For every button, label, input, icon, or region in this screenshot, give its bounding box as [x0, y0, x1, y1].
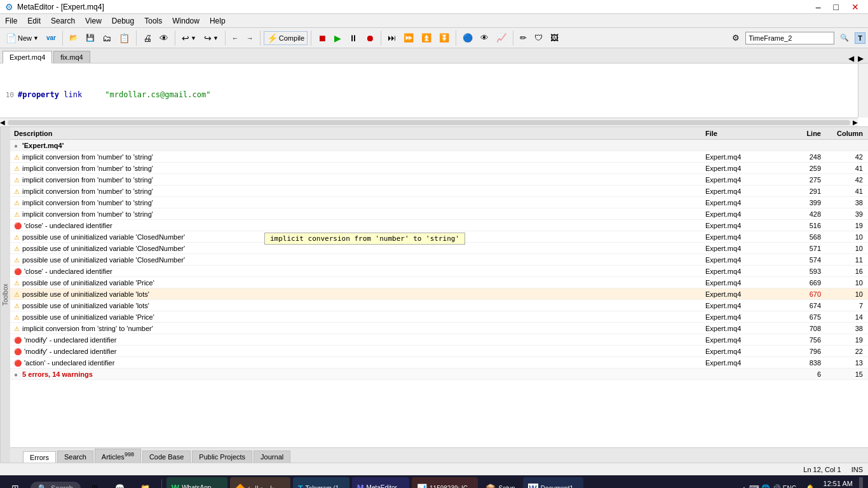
toolbox-sidebar[interactable]: Toolbox — [0, 127, 10, 463]
editor-scroll-track[interactable] — [8, 120, 850, 125]
tab-nav: ◀ ▶ — [846, 54, 868, 63]
new-button[interactable]: 📄 New ▼ — [3, 31, 42, 45]
save-all-button[interactable]: 🗂 — [99, 31, 114, 45]
taskbar-search[interactable]: 🔍 Search — [31, 482, 81, 489]
table-row[interactable]: 🔴'action' - undeclared identifier Expert… — [10, 357, 868, 369]
taskbar-app-telegram[interactable]: T Telegram (1... — [293, 477, 349, 488]
table-row[interactable]: 🔴'modify' - undeclared identifier Expert… — [10, 346, 868, 357]
stop-button[interactable]: ⏹ — [315, 31, 330, 45]
taskbar-app-chart[interactable]: 📊 11598239: IC... — [412, 477, 478, 488]
debug2-button[interactable]: ⏩ — [400, 31, 417, 44]
explorer-button[interactable]: 📋 — [116, 31, 133, 45]
table-row[interactable]: ⚠implicit conversion from 'number' to 's… — [10, 151, 868, 163]
profile-button[interactable]: 📈 — [493, 31, 510, 44]
debug3-button[interactable]: ⏫ — [418, 31, 435, 44]
toolbar-right: ⚙ 🔍 T — [729, 31, 865, 44]
taskbar-app-word[interactable]: W Document1... — [523, 477, 584, 488]
tab-expert-mq4[interactable]: Expert.mq4 — [3, 51, 52, 64]
taskbar-explorer[interactable]: 📁 — [134, 477, 157, 488]
taskbar-chat[interactable]: 💬 — [109, 477, 132, 488]
editor-area[interactable]: 10 #property link "mrdollar.cs@gmail.com… — [0, 64, 868, 127]
table-row[interactable]: 🔴'modify' - undeclared identifier Expert… — [10, 334, 868, 346]
taskbar: ⊞ 🔍 Search ⊞ 💬 📁 W WhatsApp - ... 🔶 برنا… — [0, 475, 868, 488]
toolbar-search-input[interactable] — [745, 32, 834, 44]
table-row[interactable]: ⚠possible use of uninitialized variable … — [10, 254, 868, 266]
debug1-button[interactable]: ⏭ — [384, 31, 399, 44]
menu-file[interactable]: File — [0, 15, 22, 27]
tab-nav-left[interactable]: ◀ — [846, 54, 856, 63]
table-row[interactable]: ⚠implicit conversion from 'number' to 's… — [10, 163, 868, 174]
errors-table[interactable]: Description File Line Column ● 'Expert.m… — [10, 127, 868, 447]
var-button[interactable]: var — [43, 32, 59, 43]
undo-button[interactable]: ↩ ▼ — [179, 31, 200, 45]
toolbar-filter-button[interactable]: T — [855, 32, 865, 44]
compile-button[interactable]: ⚡ Compile — [264, 31, 308, 45]
save-button[interactable]: 💾 — [83, 32, 98, 44]
show-hidden-icon[interactable]: ▲ — [741, 485, 747, 489]
taskbar-app-metaeditor[interactable]: M MetaEditor ... — [352, 477, 409, 488]
forward-button[interactable]: → — [243, 32, 257, 44]
settings-icon[interactable]: ⚙ — [729, 31, 743, 44]
table-row[interactable]: ⚠implicit conversion from 'string' to 'n… — [10, 323, 868, 334]
warn-icon: ⚠ — [14, 211, 20, 218]
print-button[interactable]: 🖨 — [140, 31, 155, 45]
redo-button[interactable]: ↪ ▼ — [201, 31, 222, 45]
menu-window[interactable]: Window — [167, 15, 205, 27]
debug4-button[interactable]: ⏬ — [436, 31, 452, 44]
menu-debug[interactable]: Debug — [107, 15, 139, 27]
clock: 12:51 AM 2/7/2021 — [820, 479, 857, 488]
editor-scrollbar-y[interactable] — [858, 64, 868, 118]
table-row[interactable]: ⚠possible use of uninitialized variable … — [10, 243, 868, 254]
table-row[interactable]: ⚠possible use of uninitialized variable … — [10, 277, 868, 288]
breakpoint-button[interactable]: 🔵 — [459, 31, 476, 44]
err-icon: 🔴 — [14, 360, 22, 367]
btab-articles[interactable]: Articles998 — [95, 449, 141, 463]
taskbar-taskview[interactable]: ⊞ — [83, 477, 106, 488]
maximize-button[interactable]: □ — [830, 2, 843, 12]
edit-button[interactable]: ✏ — [517, 31, 530, 44]
minimize-button[interactable]: – — [812, 2, 825, 12]
back-button[interactable]: ← — [229, 32, 242, 44]
btab-codebase[interactable]: Code Base — [142, 451, 191, 463]
open-button[interactable]: 📂 — [66, 32, 81, 44]
table-row[interactable]: ⚠implicit conversion from 'number' to 's… — [10, 197, 868, 208]
table-row[interactable]: ⚠possible use of uninitialized variable … — [10, 300, 868, 311]
btab-journal[interactable]: Journal — [254, 451, 290, 463]
menu-edit[interactable]: Edit — [22, 15, 46, 27]
table-row[interactable]: ⚠possible use of uninitialized variable … — [10, 231, 868, 243]
menu-search[interactable]: Search — [46, 15, 80, 27]
play-button[interactable]: ▶ — [331, 31, 344, 45]
table-row[interactable]: ⚠implicit conversion from 'number' to 's… — [10, 174, 868, 186]
editor-scrollbar-x[interactable]: ◀ ▶ — [0, 118, 858, 126]
close-button[interactable]: ✕ — [848, 2, 863, 12]
show-desktop-button[interactable] — [859, 477, 863, 488]
table-row[interactable]: ⚠implicit conversion from 'number' to 's… — [10, 208, 868, 220]
error-group-expert[interactable]: ● 'Expert.mq4' — [10, 140, 868, 151]
menu-tools[interactable]: Tools — [139, 15, 167, 27]
menu-view[interactable]: View — [80, 15, 107, 27]
btab-search[interactable]: Search — [57, 451, 93, 463]
table-row[interactable]: ⚠implicit conversion from 'number' to 's… — [10, 186, 868, 197]
table-row[interactable]: 🔴'close' - undeclared identifier Expert.… — [10, 266, 868, 277]
shield-button[interactable]: 🛡 — [531, 31, 546, 44]
tab-nav-right[interactable]: ▶ — [856, 54, 865, 63]
taskbar-app-setup[interactable]: 📦 Setup — [480, 477, 520, 488]
table-row[interactable]: ⚠possible use of uninitialized variable … — [10, 311, 868, 323]
table-row[interactable]: 🔴'close' - undeclared identifier Expert.… — [10, 220, 868, 231]
tab-fix-mq4[interactable]: fix.mq4 — [53, 51, 90, 63]
pause-button[interactable]: ⏸ — [346, 31, 361, 45]
print-prev-button[interactable]: 👁 — [156, 31, 172, 45]
table-row[interactable]: ⚠possible use of uninitialized variable … — [10, 288, 868, 300]
btab-errors[interactable]: Errors — [23, 451, 56, 463]
taskbar-app-prog[interactable]: 🔶 برنامجة المؤ... — [230, 477, 290, 488]
image-button[interactable]: 🖼 — [547, 31, 562, 44]
btab-publicprojects[interactable]: Public Projects — [192, 451, 252, 463]
watch-button[interactable]: 👁 — [477, 31, 492, 44]
toolbar-sep-3 — [175, 30, 175, 46]
stop2-button[interactable]: ⏺ — [362, 31, 377, 45]
toolbar-search-button[interactable]: 🔍 — [837, 32, 852, 44]
taskbar-app-whatsapp[interactable]: W WhatsApp - ... — [166, 477, 227, 488]
menu-help[interactable]: Help — [205, 15, 231, 27]
notification-button[interactable]: 🔔 — [803, 483, 817, 489]
start-button[interactable]: ⊞ — [3, 477, 28, 488]
